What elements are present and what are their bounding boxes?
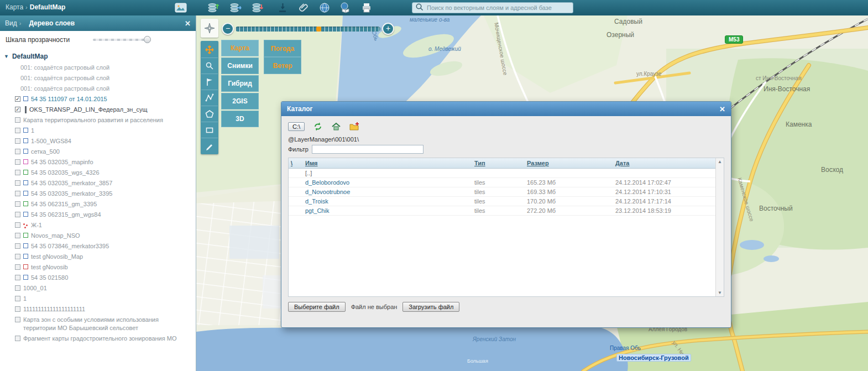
layer-item[interactable]: 001: создаётся растровый слой	[0, 73, 196, 83]
layer-item[interactable]: 54 35 032035_merkator_3857	[0, 178, 196, 189]
scroll-down-icon[interactable]: ▼	[718, 290, 722, 295]
column-size[interactable]: Размер	[525, 158, 613, 169]
view-menu[interactable]: Вид	[5, 19, 17, 27]
new-folder-icon[interactable]	[349, 122, 359, 132]
layer-item[interactable]: 1000_01	[0, 283, 196, 294]
zoom-in-button[interactable]: +	[382, 23, 394, 35]
search-box[interactable]	[412, 2, 573, 13]
layer-checkbox[interactable]	[15, 285, 20, 291]
atlas-icon[interactable]	[339, 2, 352, 14]
layer-checkbox[interactable]	[15, 243, 20, 249]
file-row[interactable]: pgt_Chiktiles272.20 Мб23.12.2014 18:53:1…	[289, 206, 715, 216]
root-layer-row[interactable]: ▼ DefaultMap	[0, 50, 196, 62]
zoom-slider[interactable]	[236, 27, 380, 32]
scroll-up-icon[interactable]: ▲	[718, 159, 722, 164]
layer-checkbox[interactable]	[15, 317, 20, 322]
layer-save-icon[interactable]	[207, 2, 219, 14]
layer-item[interactable]: 54 35 032035_mapinfo	[0, 157, 196, 168]
layer-checkbox[interactable]	[15, 159, 20, 165]
search-input[interactable]	[426, 4, 570, 12]
layer-item[interactable]: ✓OKS_TRANSP_AD_LIN_Федерал_зн_сущ	[0, 104, 196, 115]
layer-item[interactable]: 1-500_WGS84	[0, 136, 196, 147]
layer-checkbox[interactable]	[15, 149, 20, 154]
drive-button[interactable]: C:\	[288, 122, 305, 131]
layer-checkbox[interactable]	[15, 180, 20, 186]
layer-item[interactable]: 1	[0, 126, 196, 136]
layer-item[interactable]: 54 35 032035_merkator_3395	[0, 189, 196, 199]
rectangle-tool-button[interactable]	[201, 122, 218, 138]
layer-checkbox[interactable]	[15, 296, 20, 301]
layer-checkbox[interactable]	[15, 212, 20, 217]
breadcrumb-root[interactable]: Карта	[6, 3, 23, 11]
layer-import-icon[interactable]	[252, 2, 264, 14]
layer-checkbox[interactable]	[15, 254, 20, 259]
base-layer-button[interactable]: Карта	[221, 40, 259, 56]
column-type[interactable]: Тип	[472, 158, 525, 169]
polygon-tool-button[interactable]	[201, 106, 218, 122]
layer-item[interactable]: 54 35 062315_gm_3395	[0, 199, 196, 210]
choose-file-button[interactable]: Выберите файл	[288, 302, 346, 312]
file-row[interactable]: d_Novootrubnoetiles169.33 Мб24.12.2014 1…	[289, 187, 715, 197]
layer-item[interactable]: ✓54 35 111097 от 14.01.2015	[0, 94, 196, 104]
compass-icon[interactable]	[201, 19, 218, 38]
layer-checkbox[interactable]	[15, 275, 20, 280]
layer-item[interactable]: Карта зон с особыми условиями использова…	[0, 315, 196, 333]
zoom-slider-handle[interactable]	[316, 27, 321, 32]
scrollbar[interactable]: ▲ ▼	[715, 158, 724, 296]
globe-icon[interactable]	[318, 2, 331, 14]
layer-checkbox[interactable]	[15, 233, 20, 238]
download-icon[interactable]	[276, 2, 289, 14]
layer-export-icon[interactable]	[229, 2, 242, 14]
layer-item[interactable]: 1	[0, 294, 196, 304]
layer-checkbox[interactable]	[15, 170, 20, 175]
layer-checkbox[interactable]	[15, 336, 20, 341]
opacity-slider-handle[interactable]	[144, 36, 151, 43]
base-layer-button[interactable]: Гибрид	[221, 75, 259, 92]
layer-item[interactable]: Ж-1	[0, 220, 196, 231]
layer-item[interactable]: test gNovosib_Map	[0, 252, 196, 262]
layer-item[interactable]: сетка_500	[0, 147, 196, 157]
draw-tool-button[interactable]	[201, 138, 218, 154]
layer-checkbox[interactable]	[15, 222, 20, 228]
print-icon[interactable]	[360, 2, 373, 14]
layer-item[interactable]: 001: создаётся растровый слой	[0, 62, 196, 73]
layer-item[interactable]: 54 35 021580	[0, 273, 196, 283]
file-row-up[interactable]: [..]	[289, 169, 715, 178]
attach-icon[interactable]	[297, 2, 310, 14]
dialog-close-icon[interactable]: ✕	[719, 105, 725, 113]
layer-item[interactable]: Novos_map_NSO	[0, 231, 196, 241]
base-layer-button[interactable]: 2GIS	[221, 93, 259, 109]
layer-item[interactable]: 001: создаётся растровый слой	[0, 83, 196, 94]
layer-checkbox[interactable]: ✓	[15, 107, 20, 112]
column-name[interactable]: Имя	[303, 158, 472, 169]
file-row[interactable]: d_Troisktiles170.20 Мб24.12.2014 17:17:1…	[289, 197, 715, 206]
overlay-layer-button[interactable]: Ветер	[264, 57, 301, 74]
dialog-titlebar[interactable]: Каталог ✕	[281, 102, 731, 116]
zoom-out-button[interactable]: −	[222, 23, 234, 35]
panel-close-icon[interactable]: ✕	[185, 19, 191, 28]
layer-checkbox[interactable]	[15, 191, 20, 196]
layer-item[interactable]: 111111111111111111111	[0, 304, 196, 315]
opacity-slider[interactable]	[93, 36, 149, 43]
refresh-icon[interactable]	[313, 122, 323, 132]
measure-tool-button[interactable]	[201, 90, 218, 106]
layer-checkbox[interactable]	[15, 264, 20, 270]
flag-tool-button[interactable]	[201, 74, 218, 90]
filter-input[interactable]	[312, 145, 423, 154]
upload-file-button[interactable]: Загрузить файл	[402, 302, 459, 312]
base-layer-button[interactable]: Снимки	[221, 58, 259, 74]
overlay-layer-button[interactable]: Погода	[264, 40, 301, 57]
layer-item[interactable]: test gNovosib	[0, 262, 196, 273]
layer-checkbox[interactable]	[15, 306, 20, 312]
map-image-icon[interactable]	[174, 2, 187, 14]
layer-checkbox[interactable]: ✓	[15, 96, 20, 102]
layer-checkbox[interactable]	[15, 138, 20, 144]
layer-item[interactable]: 54 35 032035_wgs_4326	[0, 168, 196, 178]
layer-item[interactable]: Фрагмент карты градостроительного зониро…	[0, 333, 196, 344]
pan-tool-button[interactable]	[201, 41, 218, 58]
layer-item[interactable]: 54 35 073846_merkator3395	[0, 241, 196, 252]
column-date[interactable]: Дата	[613, 158, 715, 169]
collapse-arrow-icon[interactable]: ▼	[4, 54, 9, 59]
base-layer-button[interactable]: 3D	[221, 111, 259, 127]
layer-checkbox[interactable]	[15, 117, 20, 123]
